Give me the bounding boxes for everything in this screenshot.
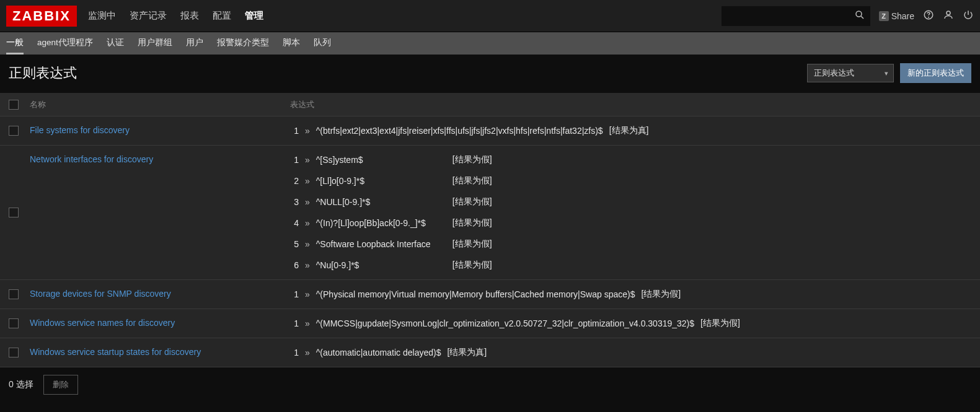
expression-line: 3»^NULL[0-9.]*$[结果为假] xyxy=(290,196,971,208)
power-icon[interactable] xyxy=(963,9,974,23)
chevron-right-icon: » xyxy=(305,348,310,357)
expression-line: 1»^(automatic|automatic delayed)$[结果为真] xyxy=(290,347,971,358)
expression-pattern: ^[Ll]o[0-9.]*$ xyxy=(316,176,446,186)
expression-index: 1 xyxy=(290,155,299,165)
svg-point-2 xyxy=(929,17,929,17)
sub-nav-item[interactable]: 用户群组 xyxy=(138,32,172,55)
dropdown-selected: 正则表达式 xyxy=(814,68,854,79)
expression-index: 5 xyxy=(290,239,299,249)
chevron-right-icon: » xyxy=(305,260,310,270)
sub-nav-item[interactable]: 一般 xyxy=(6,32,24,55)
share-button[interactable]: Z Share xyxy=(879,11,914,21)
regex-name-link[interactable]: File systems for discovery xyxy=(30,125,130,135)
expression-result: [结果为假] xyxy=(452,175,492,186)
section-dropdown[interactable]: 正则表达式 xyxy=(807,64,894,82)
expression-pattern: ^Software Loopback Interface xyxy=(316,239,446,249)
brand-logo[interactable]: ZABBIX xyxy=(6,6,77,27)
expression-line: 1»^(btrfs|ext2|ext3|ext4|jfs|reiser|xfs|… xyxy=(290,125,971,136)
row-checkbox[interactable] xyxy=(9,318,19,328)
svg-point-0 xyxy=(856,11,862,17)
table-row: Windows service startup states for disco… xyxy=(0,338,980,367)
expression-line: 1»^[Ss]ystem$[结果为假] xyxy=(290,154,971,165)
table-row: Network interfaces for discovery1»^[Ss]y… xyxy=(0,146,980,280)
expression-index: 2 xyxy=(290,176,299,186)
table-row: File systems for discovery1»^(btrfs|ext2… xyxy=(0,116,980,146)
expression-index: 6 xyxy=(290,260,299,270)
expression-line: 4»^(In)?[Ll]oop[Bb]ack[0-9._]*$[结果为假] xyxy=(290,217,971,229)
expression-pattern: ^NULL[0-9.]*$ xyxy=(316,197,446,207)
row-checkbox[interactable] xyxy=(9,289,19,299)
expression-pattern: ^(In)?[Ll]oop[Bb]ack[0-9._]*$ xyxy=(316,218,446,228)
primary-nav-item[interactable]: 监测中 xyxy=(88,0,116,32)
top-header: ZABBIX 监测中资产记录报表配置管理 Z Share xyxy=(0,0,980,32)
regex-name-link[interactable]: Windows service names for discovery xyxy=(30,318,175,328)
expression-line: 2»^[Ll]o[0-9.]*$[结果为假] xyxy=(290,175,971,186)
expression-pattern: ^Nu[0-9.]*$ xyxy=(316,260,446,270)
chevron-right-icon: » xyxy=(305,155,310,165)
row-checkbox[interactable] xyxy=(9,208,19,217)
chevron-right-icon: » xyxy=(305,197,310,207)
sub-nav-item[interactable]: agent代理程序 xyxy=(37,32,93,55)
primary-nav-item[interactable]: 配置 xyxy=(213,0,231,32)
page-title: 正则表达式 xyxy=(9,64,77,82)
regex-name-link[interactable]: Storage devices for SNMP discovery xyxy=(30,289,171,299)
sub-nav-item[interactable]: 脚本 xyxy=(283,32,300,55)
sub-nav: 一般agent代理程序认证用户群组用户报警媒介类型脚本队列 xyxy=(0,32,980,55)
search-input[interactable] xyxy=(722,6,870,26)
table-row: Storage devices for SNMP discovery1»^(Ph… xyxy=(0,280,980,309)
expression-pattern: ^(Physical memory|Virtual memory|Memory … xyxy=(316,289,635,299)
svg-point-3 xyxy=(947,11,950,15)
selected-count: 0 选择 xyxy=(9,379,33,390)
expression-result: [结果为假] xyxy=(452,154,492,165)
sub-nav-item[interactable]: 报警媒介类型 xyxy=(217,32,269,55)
sub-nav-item[interactable]: 认证 xyxy=(107,32,124,55)
chevron-right-icon: » xyxy=(305,176,310,186)
chevron-right-icon: » xyxy=(305,239,310,249)
search-icon xyxy=(854,9,865,22)
new-regex-button[interactable]: 新的正则表达式 xyxy=(900,63,971,83)
expression-line: 6»^Nu[0-9.]*$[结果为假] xyxy=(290,260,971,271)
expression-line: 5»^Software Loopback Interface[结果为假] xyxy=(290,239,971,250)
list-footer: 0 选择 删除 xyxy=(0,367,980,402)
expression-result: [结果为假] xyxy=(452,260,492,271)
expression-index: 1 xyxy=(290,126,299,136)
regex-name-link[interactable]: Network interfaces for discovery xyxy=(30,154,153,164)
expression-line: 1»^(MMCSS|gupdate|SysmonLog|clr_optimiza… xyxy=(290,318,971,329)
expression-pattern: ^[Ss]ystem$ xyxy=(316,155,446,165)
expression-result: [结果为真] xyxy=(609,125,649,136)
expression-index: 1 xyxy=(290,348,299,357)
regex-name-link[interactable]: Windows service startup states for disco… xyxy=(30,347,201,357)
col-header-name[interactable]: 名称 xyxy=(30,99,290,110)
topbar-right: Z Share xyxy=(722,6,974,26)
share-z-icon: Z xyxy=(879,11,889,21)
help-icon[interactable] xyxy=(923,9,934,23)
expression-pattern: ^(btrfs|ext2|ext3|ext4|jfs|reiser|xfs|ff… xyxy=(316,126,603,136)
table-header-row: 名称 表达式 xyxy=(0,93,980,116)
chevron-right-icon: » xyxy=(305,318,310,328)
primary-nav-item[interactable]: 管理 xyxy=(245,0,263,32)
page-header: 正则表达式 正则表达式 新的正则表达式 xyxy=(0,55,980,93)
primary-nav-item[interactable]: 报表 xyxy=(180,0,199,32)
expression-result: [结果为真] xyxy=(447,347,487,358)
delete-button[interactable]: 删除 xyxy=(43,375,78,395)
sub-nav-item[interactable]: 用户 xyxy=(186,32,203,55)
row-checkbox[interactable] xyxy=(9,126,19,136)
expression-result: [结果为假] xyxy=(452,217,492,229)
user-icon[interactable] xyxy=(943,9,954,23)
select-all-checkbox[interactable] xyxy=(9,100,19,110)
expression-line: 1»^(Physical memory|Virtual memory|Memor… xyxy=(290,289,971,300)
expression-result: [结果为假] xyxy=(641,289,681,300)
row-checkbox[interactable] xyxy=(9,348,19,357)
regex-table: 名称 表达式 File systems for discovery1»^(btr… xyxy=(0,93,980,367)
chevron-right-icon: » xyxy=(305,289,310,299)
chevron-right-icon: » xyxy=(305,126,310,136)
share-label: Share xyxy=(891,11,914,21)
primary-nav-item[interactable]: 资产记录 xyxy=(130,0,167,32)
expression-index: 1 xyxy=(290,289,299,299)
expression-result: [结果为假] xyxy=(700,318,740,329)
col-header-expr: 表达式 xyxy=(290,99,971,110)
sub-nav-item[interactable]: 队列 xyxy=(314,32,331,55)
expression-result: [结果为假] xyxy=(452,196,492,208)
expression-index: 3 xyxy=(290,197,299,207)
expression-pattern: ^(automatic|automatic delayed)$ xyxy=(316,348,441,357)
